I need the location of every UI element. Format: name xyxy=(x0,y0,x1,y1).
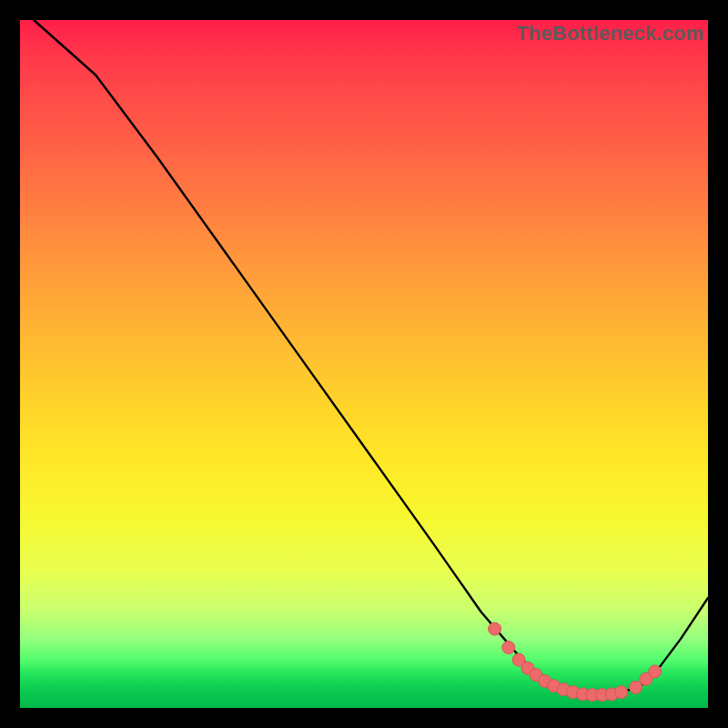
chart-svg xyxy=(20,20,708,708)
chart-stage: TheBottleneck.com xyxy=(0,0,728,728)
highlight-dot xyxy=(630,681,642,693)
highlight-dot xyxy=(489,622,501,635)
highlight-dot xyxy=(502,642,515,654)
chart-plot-area: TheBottleneck.com xyxy=(20,20,708,708)
highlight-dot xyxy=(649,665,662,678)
highlight-dot-group xyxy=(489,622,662,702)
highlight-dot xyxy=(615,686,628,699)
bottleneck-curve xyxy=(34,20,708,694)
